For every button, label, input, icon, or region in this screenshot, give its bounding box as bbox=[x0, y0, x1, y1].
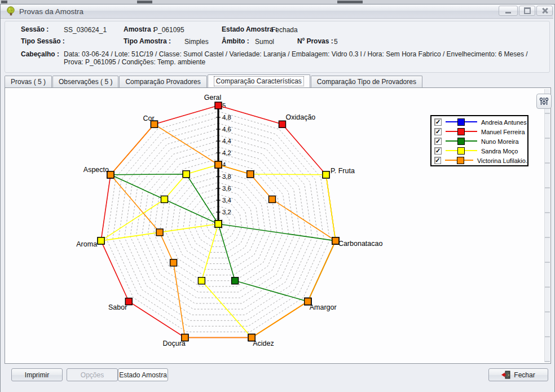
tab-strip: Provas ( 5 )Observações ( 5 )Comparação … bbox=[5, 75, 423, 87]
minimize-button[interactable] bbox=[499, 6, 518, 16]
legend-item: ✓Andreia Antunes bbox=[431, 117, 527, 127]
tab-4[interactable]: Comparação Tipo de Provadores bbox=[311, 76, 422, 87]
exit-door-icon bbox=[501, 371, 510, 379]
series-swatch bbox=[446, 118, 477, 126]
series-legend: ✓Andreia Antunes✓Manuel Ferreira✓Nuno Mo… bbox=[430, 115, 528, 166]
screen: Provas da Amostra Sessão : SS_030624_1 A… bbox=[0, 0, 555, 392]
maximize-icon bbox=[524, 7, 531, 14]
num-provas-label: Nº Provas : bbox=[297, 37, 333, 45]
legend-checkbox-0[interactable]: ✓ bbox=[434, 118, 442, 126]
right-ruler bbox=[544, 89, 550, 362]
estado-amostra-button[interactable]: Estado Amostra bbox=[118, 368, 168, 381]
tab-label: Comparação Tipo de Provadores bbox=[317, 78, 416, 86]
legend-checkbox-3[interactable]: ✓ bbox=[434, 147, 442, 155]
legend-label: Andreia Antunes bbox=[481, 119, 527, 126]
series-swatch bbox=[446, 147, 477, 155]
amostra-value: P_061095 bbox=[153, 26, 184, 34]
legend-label: Manuel Ferreira bbox=[481, 129, 525, 135]
window-title: Provas da Amostra bbox=[19, 7, 83, 16]
imprimir-button[interactable]: Imprimir bbox=[11, 368, 63, 381]
legend-label: Sandra Moço bbox=[481, 148, 518, 155]
tab-label: Comparação Provadores bbox=[125, 78, 200, 86]
tab-3[interactable]: Comparação Características bbox=[208, 74, 310, 87]
cabecalho-label: Cabeçalho : bbox=[21, 50, 59, 58]
chart-options-button[interactable] bbox=[536, 94, 552, 109]
legend-item: ✓Nuno Moreira bbox=[431, 136, 527, 146]
sliders-icon bbox=[539, 96, 549, 106]
legend-label: Nuno Moreira bbox=[481, 138, 519, 145]
sessao-value: SS_030624_1 bbox=[64, 26, 107, 34]
estado-amostra-label: Estado Amostra : bbox=[222, 25, 278, 33]
tab-label: Observações ( 5 ) bbox=[59, 78, 112, 86]
ambito-value: Sumol bbox=[255, 38, 274, 46]
background-window-fragment bbox=[337, 1, 363, 3]
sessao-label: Sessão : bbox=[21, 25, 49, 33]
fechar-label: Fechar bbox=[514, 371, 535, 379]
background-window-fragment bbox=[1, 1, 7, 3]
amostra-label: Amostra : bbox=[124, 25, 155, 33]
maximize-button[interactable] bbox=[519, 6, 535, 16]
legend-checkbox-4[interactable]: ✓ bbox=[434, 157, 441, 164]
close-icon bbox=[542, 8, 548, 14]
tipo-sessao-label: Tipo Sessão : bbox=[21, 37, 65, 45]
tab-label: Comparação Características bbox=[214, 76, 304, 86]
close-button[interactable] bbox=[536, 6, 553, 16]
legend-item: ✓Manuel Ferreira bbox=[431, 127, 527, 136]
ambito-label: Âmbito : bbox=[222, 37, 249, 45]
fechar-button[interactable]: Fechar bbox=[488, 368, 548, 381]
num-provas-value: 5 bbox=[334, 38, 338, 46]
legend-checkbox-1[interactable]: ✓ bbox=[434, 128, 442, 135]
legend-item: ✓Victorina Lufilakio. bbox=[431, 156, 527, 165]
series-swatch bbox=[446, 138, 477, 145]
legend-item: ✓Sandra Moço bbox=[431, 146, 527, 156]
tipo-amostra-label: Tipo Amostra : bbox=[124, 37, 171, 45]
estado-amostra-value: Fechada bbox=[271, 26, 298, 34]
series-swatch bbox=[446, 128, 477, 135]
cabecalho-value: Data: 03-06-24 / Lote: 51C/19 / Classe: … bbox=[64, 51, 532, 66]
tipo-amostra-value: Simples bbox=[184, 38, 209, 46]
minimize-icon bbox=[505, 12, 511, 14]
tab-1[interactable]: Observações ( 5 ) bbox=[52, 76, 118, 87]
tab-0[interactable]: Provas ( 5 ) bbox=[5, 76, 52, 87]
background-window-fragment bbox=[137, 1, 152, 3]
app-tree-icon bbox=[6, 6, 16, 16]
tab-label: Provas ( 5 ) bbox=[11, 78, 46, 86]
series-swatch bbox=[445, 157, 473, 164]
legend-checkbox-2[interactable]: ✓ bbox=[434, 138, 442, 145]
opcoes-button[interactable]: Opções bbox=[67, 368, 118, 381]
tab-2[interactable]: Comparação Provadores bbox=[119, 76, 206, 87]
legend-label: Victorina Lufilakio. bbox=[477, 157, 527, 164]
